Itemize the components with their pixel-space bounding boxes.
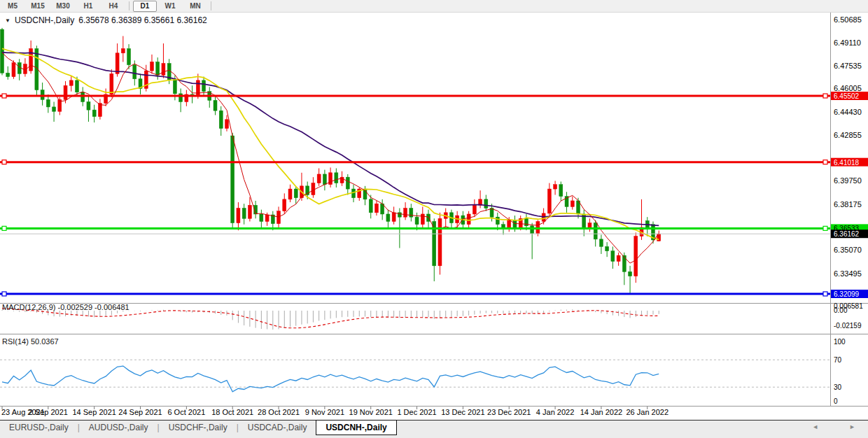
rsi-axis-100: 100 — [834, 338, 846, 346]
hline-handle[interactable] — [823, 226, 827, 230]
date-tick-label: 26 Jan 2022 — [626, 408, 668, 416]
date-tick-label: 1 Dec 2021 — [397, 408, 436, 416]
macd-axis-min: -0.02159 — [834, 322, 862, 330]
toolbar-separator — [129, 1, 130, 10]
title-symbol: USDCNH-,Daily — [15, 15, 74, 25]
title-ohlc: 6.35678 6.36389 6.35661 6.36162 — [78, 15, 207, 25]
tab-scroll-left-icon[interactable]: ◄ — [812, 423, 818, 430]
hline-handle[interactable] — [823, 292, 827, 296]
macd-label: MACD(12,26,9) -0.002529 -0.006481 — [2, 303, 130, 311]
rsi-axis-30: 30 — [834, 383, 842, 391]
svg-text:6.41018: 6.41018 — [834, 159, 860, 167]
timeframe-mn[interactable]: MN — [183, 1, 207, 12]
tab-usdcad-daily[interactable]: USDCAD-,Daily — [239, 421, 316, 434]
hline-handle[interactable] — [2, 226, 6, 230]
hline-handle[interactable] — [2, 292, 6, 296]
rsi-label: RSI(14) 50.0367 — [2, 337, 59, 346]
hline-handle[interactable] — [823, 94, 827, 98]
symbol-tabbar: EURUSD-,Daily|AUDUSD-,Daily|USDCHF-,Dail… — [0, 420, 868, 438]
timeframe-m15[interactable]: M15 — [26, 1, 50, 12]
bid-price-tag: 6.36162 — [831, 229, 868, 238]
date-tick-label: 19 Nov 2021 — [349, 408, 393, 416]
svg-text:6.36162: 6.36162 — [834, 230, 860, 238]
date-tick-label: 24 Sep 2021 — [118, 408, 162, 416]
trading-platform-window: M5M15M30H1H4D1W1MN 6.506856.491106.47535… — [0, 0, 868, 438]
rsi-axis-70: 70 — [834, 356, 842, 364]
title-dropdown-icon[interactable]: ▼ — [5, 17, 10, 24]
toolbar-separator — [211, 1, 211, 10]
timeframe-m5[interactable]: M5 — [1, 1, 24, 12]
date-tick-label: 4 Jan 2022 — [536, 408, 574, 416]
timeframe-d1[interactable]: D1 — [133, 1, 157, 12]
price-tick-label: 6.50685 — [834, 15, 862, 24]
date-tick-label: 28 Oct 2021 — [258, 408, 300, 416]
date-tick-label: 13 Dec 2021 — [441, 408, 484, 416]
price-tick-label: 6.47535 — [834, 62, 862, 70]
price-tick-label: 6.46005 — [834, 84, 862, 92]
hline-handle[interactable] — [823, 160, 827, 164]
tab-scroll-arrows: ◄► — [812, 421, 868, 430]
hline-handle[interactable] — [2, 160, 6, 164]
price-tick-label: 6.35070 — [834, 246, 862, 254]
price-tick-label: 6.39750 — [834, 176, 862, 185]
tab-usdcnh-daily[interactable]: USDCNH-,Daily — [316, 420, 396, 435]
rsi-axis-0: 0 — [834, 397, 838, 405]
price-tag-6.41018: 6.41018 — [831, 158, 868, 167]
chart-canvas[interactable]: 6.506856.491106.475356.460056.444306.428… — [0, 0, 868, 438]
date-tick-label: 6 Oct 2021 — [167, 408, 205, 416]
date-axis: 23 Aug 20212 Sep 202114 Sep 202124 Sep 2… — [1, 407, 668, 416]
price-tick-label: 6.38175 — [834, 200, 862, 209]
date-tick-label: 18 Oct 2021 — [211, 408, 253, 416]
tab-eurusd-daily[interactable]: EURUSD-,Daily — [0, 421, 78, 434]
timeframe-m30[interactable]: M30 — [51, 1, 75, 12]
price-tick-label: 6.49110 — [834, 38, 861, 47]
date-tick-label: 23 Dec 2021 — [487, 408, 531, 416]
timeframe-h1[interactable]: H1 — [76, 1, 100, 12]
tab-usdchf-daily[interactable]: USDCHF-,Daily — [160, 421, 237, 434]
macd-axis-zero: 0.00 — [834, 306, 848, 314]
tab-scroll-right-icon[interactable]: ► — [849, 423, 855, 430]
tab-audusd-daily[interactable]: AUDUSD-,Daily — [80, 421, 158, 434]
price-tick-label: 6.42855 — [834, 131, 862, 139]
date-tick-label: 14 Sep 2021 — [72, 408, 115, 416]
date-tick-label: 2 Sep 2021 — [29, 408, 68, 416]
timeframe-h4[interactable]: H4 — [102, 1, 125, 12]
timeframe-toolbar: M5M15M30H1H4D1W1MN — [0, 0, 868, 13]
svg-text:6.45502: 6.45502 — [834, 92, 860, 100]
svg-text:6.32099: 6.32099 — [834, 290, 860, 298]
timeframe-w1[interactable]: W1 — [158, 1, 182, 12]
price-tick-label: 6.33495 — [834, 269, 862, 278]
price-tick-label: 6.44430 — [834, 108, 862, 116]
date-tick-label: 9 Nov 2021 — [305, 408, 344, 416]
hline-handle[interactable] — [2, 94, 6, 98]
date-tick-label: 14 Jan 2022 — [580, 408, 623, 416]
price-tag-6.32099: 6.32099 — [831, 290, 868, 298]
price-tag-6.45502: 6.45502 — [831, 92, 868, 100]
chart-title: ▼ USDCNH-,Daily 6.35678 6.36389 6.35661 … — [5, 15, 207, 25]
